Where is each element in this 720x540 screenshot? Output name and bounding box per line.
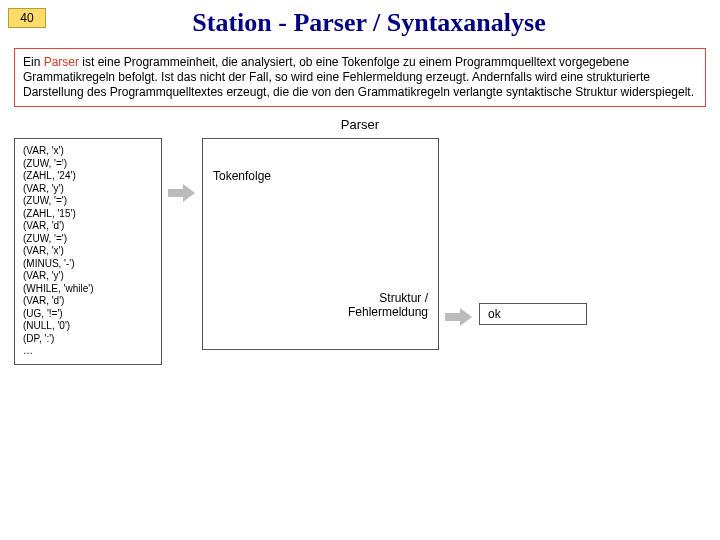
token-list-box: (VAR, 'x') (ZUW, '=') (ZAHL, '24') (VAR,…	[14, 138, 162, 365]
arrow-right-icon	[445, 308, 473, 326]
output-label: Struktur / Fehlermeldung	[348, 291, 428, 319]
definition-highlight: Parser	[44, 55, 79, 69]
ok-result-box: ok	[479, 303, 587, 325]
parser-process-box: Tokenfolge Struktur / Fehlermeldung	[202, 138, 439, 350]
parser-section-label: Parser	[0, 117, 720, 132]
definition-prefix: Ein	[23, 55, 44, 69]
slide-number-badge: 40	[8, 8, 46, 28]
page-title: Station - Parser / Syntaxanalyse	[76, 8, 712, 38]
input-label: Tokenfolge	[213, 169, 271, 183]
parser-diagram: (VAR, 'x') (ZUW, '=') (ZAHL, '24') (VAR,…	[0, 138, 720, 365]
arrow-input	[162, 138, 202, 202]
definition-box: Ein Parser ist eine Programmeinheit, die…	[14, 48, 706, 107]
arrow-output	[439, 138, 479, 326]
arrow-right-icon	[168, 184, 196, 202]
definition-rest: ist eine Programmeinheit, die analysiert…	[23, 55, 694, 99]
